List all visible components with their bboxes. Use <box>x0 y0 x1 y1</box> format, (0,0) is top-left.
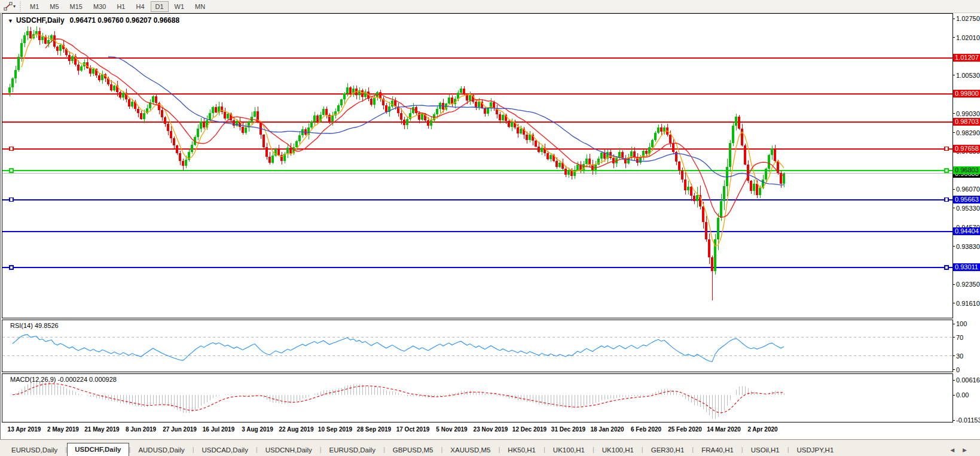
chart-symbol-label: USDCHF,Daily <box>16 16 65 25</box>
rsi-tick-label: 0 <box>956 366 960 373</box>
chart-tab-ger30-h1[interactable]: GER30,H1 <box>643 444 692 456</box>
chart-tab-audusd-daily[interactable]: AUDUSD,Daily <box>130 444 192 456</box>
level-price-label: 0.99800 <box>953 90 980 98</box>
timeframe-button-m1[interactable]: M1 <box>25 1 44 12</box>
tab-scroll-left-icon[interactable]: ◀ <box>950 448 954 453</box>
macd-tick-label: -0.011531 <box>956 417 980 424</box>
macd-tick-label: 0.006167 <box>956 376 980 384</box>
price-tick-label: 1.00530 <box>956 72 980 79</box>
tab-scroll-right-icon[interactable]: ▶ <box>963 448 967 453</box>
tab-scroll-arrows: ◀▶ <box>950 448 967 453</box>
line-handle[interactable] <box>945 147 948 151</box>
timeframe-button-mn[interactable]: MN <box>190 1 210 12</box>
price-tick-mark <box>953 113 955 114</box>
macd-main-value: -0.000224 <box>57 376 87 383</box>
line-handle[interactable] <box>10 169 13 172</box>
macd-tick-mark <box>953 395 955 396</box>
price-tick-label: 1.02750 <box>956 15 980 22</box>
level-price-label: 0.95663 <box>953 196 980 203</box>
level-line[interactable] <box>2 169 952 172</box>
date-axis-label: 10 Sep 2019 <box>318 426 352 433</box>
candlesticks <box>8 26 785 300</box>
price-tick-mark <box>953 132 955 133</box>
date-axis-label: 3 Aug 2019 <box>242 426 273 433</box>
chart-tab-usoil-h1[interactable]: USOil,H1 <box>743 444 787 456</box>
line-handle[interactable] <box>945 198 948 202</box>
chart-tab-hk50-h1[interactable]: HK50,H1 <box>500 444 544 456</box>
timeframe-button-h1[interactable]: H1 <box>112 1 130 12</box>
moving-average-13 <box>45 39 784 217</box>
timeframe-button-m15[interactable]: M15 <box>65 1 87 12</box>
chart-tab-eurusd-daily[interactable]: EURUSD,Daily <box>322 444 383 456</box>
rsi-tick-mark <box>953 355 955 356</box>
price-chart-panel[interactable]: ▼USDCHF,Daily0.96471 0.96760 0.96207 0.9… <box>2 13 953 318</box>
timeframe-button-m5[interactable]: M5 <box>45 1 63 12</box>
level-price-label: 0.98703 <box>953 118 980 126</box>
line-handle[interactable] <box>10 198 13 202</box>
macd-tick-mark <box>953 380 955 381</box>
chart-tab-usdcad-daily[interactable]: USDCAD,Daily <box>194 444 256 456</box>
rsi-tick-mark <box>953 369 955 370</box>
chart-tab-gbpusd-m5[interactable]: GBPUSD,M5 <box>385 444 441 456</box>
chart-tab-usdjpy-h1[interactable]: USDJPY,H1 <box>789 444 842 456</box>
line-handle[interactable] <box>10 266 13 269</box>
mt4-window: ▾ M1M5M15M30H1H4D1W1MN ▼USDCHF,Daily0.96… <box>0 0 980 456</box>
level-line[interactable] <box>2 198 952 202</box>
line-handle[interactable] <box>945 266 948 269</box>
price-tick-mark <box>953 246 955 247</box>
timeframe-button-h4[interactable]: H4 <box>131 1 149 12</box>
rsi-tick-label: 30 <box>956 352 963 360</box>
macd-indicator-panel[interactable]: MACD(12,26,9) -0.000224 0.000928 <box>2 373 953 422</box>
date-axis-label: 23 Nov 2019 <box>474 426 508 433</box>
chart-tab-xauusd-m5[interactable]: XAUUSD,M5 <box>442 444 498 456</box>
chart-tab-uk100-h1[interactable]: UK100,H1 <box>545 444 593 456</box>
price-tick-label: 0.91610 <box>956 300 980 307</box>
chart-tab-uk100-h1[interactable]: UK100,H1 <box>594 444 642 456</box>
date-axis-label: 8 Jun 2019 <box>126 426 156 433</box>
price-tick-label: 0.99030 <box>956 110 980 117</box>
macd-tick-mark <box>953 420 955 421</box>
price-axis[interactable]: 1.027501.020101.005300.990300.982900.975… <box>953 0 980 456</box>
chart-tab-usdchf-daily[interactable]: USDCHF,Daily <box>67 443 129 456</box>
price-tick-mark <box>953 284 955 285</box>
macd-histogram <box>13 381 784 419</box>
level-line[interactable] <box>2 147 952 151</box>
level-price-label: 0.93011 <box>953 263 980 271</box>
trendline-tool-icon[interactable] <box>2 2 13 11</box>
price-tick-label: 0.96070 <box>956 186 980 193</box>
window-left-border <box>0 13 1 439</box>
rsi-value: 49.8526 <box>35 322 59 329</box>
price-tick-mark <box>953 19 955 19</box>
timeframe-button-w1[interactable]: W1 <box>170 1 190 12</box>
date-axis[interactable]: 13 Apr 20192 May 201921 May 20198 Jun 20… <box>2 422 953 439</box>
level-price-label: 0.96803 <box>953 166 980 174</box>
price-tick-label: 0.93830 <box>956 243 980 250</box>
price-tick-label: 0.95330 <box>956 205 980 212</box>
chart-tab-usdcnh-daily[interactable]: USDCNH,Daily <box>258 444 320 456</box>
level-price-label: 1.01207 <box>953 54 980 62</box>
macd-signal-value: 0.000928 <box>89 376 117 383</box>
chart-menu-icon[interactable]: ▼ <box>8 18 13 24</box>
chart-tab-fra40-h1[interactable]: FRA40,H1 <box>694 444 741 456</box>
level-line[interactable] <box>2 266 952 269</box>
timeframe-button-d1[interactable]: D1 <box>151 1 169 12</box>
date-axis-label: 28 Sep 2019 <box>357 426 391 433</box>
rsi-tick-label: 70 <box>956 334 963 341</box>
macd-label: MACD(12,26,9) -0.000224 0.000928 <box>10 376 117 383</box>
price-tick-mark <box>953 75 955 75</box>
tool-dropdown-caret-icon[interactable]: ▾ <box>13 4 16 9</box>
price-tick-mark <box>953 189 955 190</box>
line-handle[interactable] <box>945 169 948 172</box>
chart-tab-bar: EURUSD,Daily|USDCHF,Daily|AUDUSD,Daily|U… <box>0 439 980 456</box>
timeframe-toolbar: ▾ M1M5M15M30H1H4D1W1MN <box>0 0 980 13</box>
rsi-canvas <box>2 320 952 372</box>
date-axis-label: 22 Aug 2019 <box>279 426 314 433</box>
price-tick-label: 0.98290 <box>956 129 980 136</box>
timeframe-button-m30[interactable]: M30 <box>88 1 111 12</box>
date-axis-label: 2 Apr 2020 <box>747 426 777 433</box>
price-chart-canvas[interactable] <box>2 14 952 318</box>
chart-tab-eurusd-daily[interactable]: EURUSD,Daily <box>4 444 65 456</box>
line-handle[interactable] <box>10 147 13 151</box>
date-axis-label: 18 Jan 2020 <box>590 426 624 433</box>
rsi-indicator-panel[interactable]: RSI(14) 49.8526 <box>2 320 953 372</box>
